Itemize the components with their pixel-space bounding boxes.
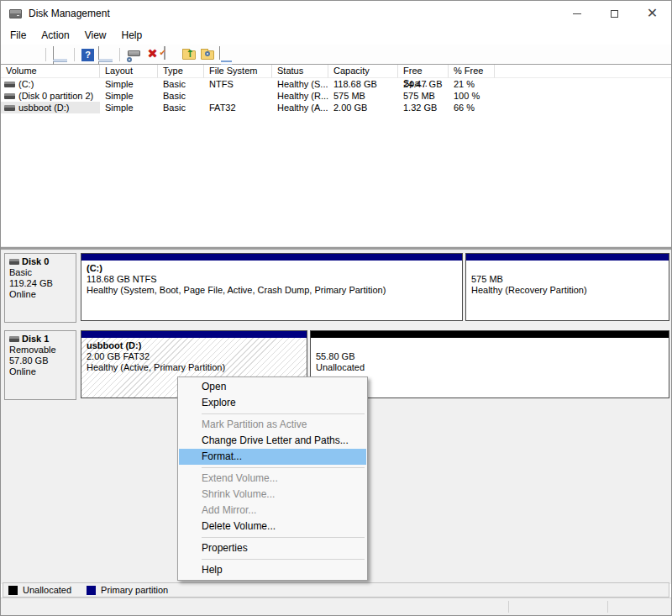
- column-header-filler: [495, 65, 671, 78]
- menu-view[interactable]: View: [77, 28, 114, 43]
- disk-name: Disk 1: [22, 334, 49, 345]
- console-options-icon[interactable]: [219, 47, 234, 61]
- volume-file-system: [204, 90, 272, 102]
- show-action-pane-icon[interactable]: [98, 47, 113, 61]
- find-folder-icon[interactable]: [201, 47, 215, 61]
- disk-status: Online: [9, 366, 71, 377]
- maximize-button[interactable]: [596, 1, 633, 26]
- open-folder-up-icon[interactable]: ↑: [182, 47, 197, 61]
- menu-item-format[interactable]: Format...: [179, 449, 366, 465]
- partition-health: Healthy (Active, Primary Partition): [87, 362, 302, 373]
- delete-volume-icon[interactable]: ✖: [145, 47, 160, 61]
- context-menu: Open Explore Mark Partition as Active Ch…: [177, 376, 368, 581]
- partition-type-bar: [466, 254, 669, 261]
- menu-item-shrink-volume: Shrink Volume...: [178, 487, 367, 503]
- status-bar: [1, 598, 671, 615]
- menu-file[interactable]: File: [3, 28, 34, 43]
- menu-item-open[interactable]: Open: [178, 379, 367, 395]
- column-header-free-space[interactable]: Free Spa...: [398, 65, 449, 78]
- volume-status: Healthy (A...: [272, 102, 328, 113]
- app-disk-icon: [9, 9, 22, 18]
- column-header-volume[interactable]: Volume: [1, 65, 100, 78]
- partition-type-bar: [311, 331, 669, 338]
- volume-name: (C:): [18, 78, 34, 90]
- volume-percent-free: 100 %: [449, 90, 495, 102]
- statusbar-divider: [508, 601, 509, 613]
- disk-management-window: Disk Management ✕ File Action View Help …: [0, 0, 672, 616]
- volume-layout: Simple: [100, 78, 158, 90]
- disk-status: Online: [9, 289, 71, 300]
- table-row-selected[interactable]: usbboot (D:) Simple Basic FAT32 Healthy …: [1, 102, 671, 113]
- column-header-layout[interactable]: Layout: [100, 65, 158, 78]
- volume-status: Healthy (S...: [272, 78, 328, 90]
- menu-item-add-mirror: Add Mirror...: [178, 503, 367, 519]
- menu-item-change-drive-letter[interactable]: Change Drive Letter and Paths...: [178, 433, 367, 449]
- forward-icon[interactable]: [24, 47, 39, 61]
- volume-layout: Simple: [100, 90, 158, 102]
- partition-label: [316, 340, 664, 351]
- disk-kind: Removable: [9, 345, 71, 355]
- partition-health: Healthy (System, Boot, Page File, Active…: [87, 285, 457, 296]
- volume-file-system: FAT32: [204, 102, 272, 113]
- toolbar: ? ✖ ↑: [1, 45, 671, 65]
- legend-bar: Unallocated Primary partition: [3, 582, 669, 598]
- legend-primary-partition-label: Primary partition: [101, 585, 168, 595]
- volume-capacity: 118.68 GB: [328, 78, 398, 90]
- menu-help[interactable]: Help: [114, 28, 150, 43]
- volume-drive-icon: [4, 93, 15, 99]
- rescan-disks-icon[interactable]: [127, 49, 141, 63]
- volume-percent-free: 21 %: [449, 78, 495, 90]
- back-icon[interactable]: [6, 47, 20, 61]
- volume-drive-icon: [4, 105, 15, 111]
- minimize-icon: [573, 13, 581, 14]
- menu-item-extend-volume: Extend Volume...: [178, 471, 367, 487]
- volume-type: Basic: [158, 102, 204, 113]
- partition-type-bar: [81, 331, 307, 338]
- disk0-label-box[interactable]: Disk 0 Basic 119.24 GB Online: [4, 253, 76, 323]
- column-header-status[interactable]: Status: [272, 65, 328, 78]
- menubar: File Action View Help: [1, 26, 671, 45]
- volume-capacity: 575 MB: [328, 90, 398, 102]
- column-header-percent-free[interactable]: % Free: [449, 65, 495, 78]
- volume-name: usbboot (D:): [18, 102, 70, 113]
- volume-list: Volume Layout Type File System Status Ca…: [1, 65, 671, 246]
- partition-recovery[interactable]: 575 MB Healthy (Recovery Partition): [465, 253, 669, 321]
- menu-separator: [202, 413, 365, 414]
- partition-detail: 575 MB: [471, 274, 664, 285]
- close-icon: ✕: [647, 7, 658, 20]
- minimize-button[interactable]: [558, 1, 596, 26]
- volume-layout: Simple: [100, 102, 158, 113]
- menu-action[interactable]: Action: [34, 28, 76, 43]
- help-icon[interactable]: ?: [81, 49, 94, 61]
- partition-detail: 2.00 GB FAT32: [87, 351, 302, 362]
- menu-item-delete-volume[interactable]: Delete Volume...: [178, 519, 367, 534]
- partition-health: Healthy (Recovery Partition): [471, 285, 664, 296]
- volume-type: Basic: [158, 90, 204, 102]
- statusbar-divider: [607, 601, 608, 613]
- column-header-capacity[interactable]: Capacity: [328, 65, 398, 78]
- toolbar-separator: [74, 48, 75, 61]
- validate-document-icon[interactable]: [164, 47, 178, 61]
- partition-type-bar: [81, 254, 462, 261]
- close-button[interactable]: ✕: [633, 1, 671, 26]
- volume-capacity: 2.00 GB: [328, 102, 398, 113]
- primary-partition-swatch-icon: [87, 586, 96, 595]
- show-console-tree-icon[interactable]: [53, 47, 67, 61]
- partition-c[interactable]: (C:) 118.68 GB NTFS Healthy (System, Boo…: [81, 253, 463, 321]
- disk1-label-box[interactable]: Disk 1 Removable 57.80 GB Online: [4, 330, 76, 400]
- menu-item-explore[interactable]: Explore: [178, 395, 367, 411]
- column-header-file-system[interactable]: File System: [204, 65, 272, 78]
- menu-item-help[interactable]: Help: [178, 562, 367, 578]
- menu-item-properties[interactable]: Properties: [178, 540, 367, 556]
- maximize-icon: [611, 10, 618, 18]
- column-header-type[interactable]: Type: [158, 65, 204, 78]
- legend-unallocated-label: Unallocated: [23, 585, 71, 595]
- volume-percent-free: 66 %: [449, 102, 495, 113]
- partition-health: Unallocated: [316, 362, 664, 373]
- table-row[interactable]: (C:) Simple Basic NTFS Healthy (S... 118…: [1, 78, 671, 90]
- partition-label: (C:): [87, 263, 457, 274]
- volume-name: (Disk 0 partition 2): [18, 90, 93, 102]
- volume-list-header: Volume Layout Type File System Status Ca…: [1, 65, 671, 78]
- disk-icon: [9, 259, 19, 265]
- table-row[interactable]: (Disk 0 partition 2) Simple Basic Health…: [1, 90, 671, 102]
